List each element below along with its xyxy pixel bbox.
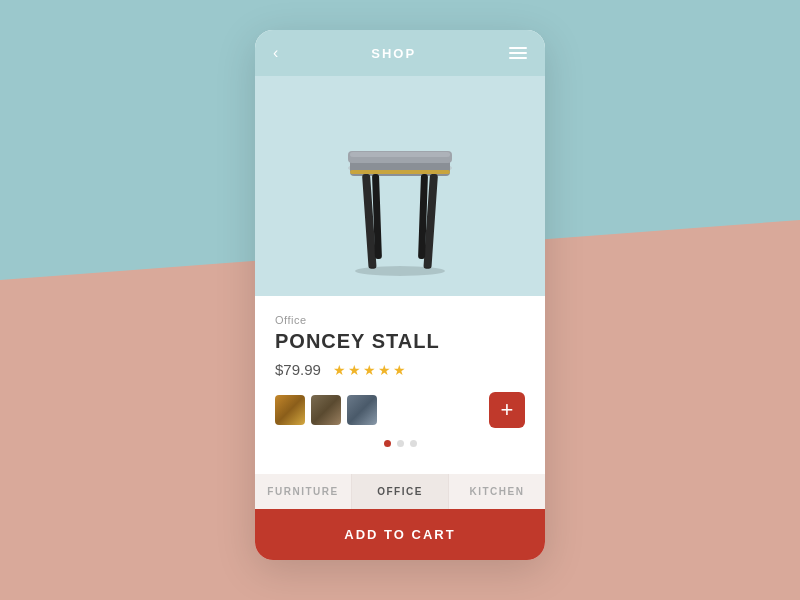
header: ‹ SHOP: [255, 30, 545, 76]
product-category: Office: [275, 314, 525, 326]
pagination-dots: [275, 440, 525, 447]
tab-office[interactable]: OFFICE: [352, 474, 449, 509]
swatch-dark-wood[interactable]: [311, 395, 341, 425]
star-rating: ★ ★ ★ ★ ★: [333, 362, 406, 378]
dot-1[interactable]: [384, 440, 391, 447]
star-5: ★: [393, 362, 406, 378]
color-swatches: [275, 395, 377, 425]
product-price: $79.99: [275, 361, 321, 378]
add-color-button[interactable]: +: [489, 392, 525, 428]
star-3: ★: [363, 362, 376, 378]
dot-2[interactable]: [397, 440, 404, 447]
add-to-cart-button[interactable]: ADD TO CART: [255, 509, 545, 560]
menu-line-2: [509, 52, 527, 54]
product-image: [320, 96, 480, 296]
star-1: ★: [333, 362, 346, 378]
swatch-warm-wood[interactable]: [275, 395, 305, 425]
product-info: Office PONCEY STALL $79.99 ★ ★ ★ ★ ★ +: [255, 296, 545, 474]
product-name: PONCEY STALL: [275, 330, 525, 353]
menu-line-1: [509, 47, 527, 49]
product-image-area: [255, 76, 545, 296]
star-2: ★: [348, 362, 361, 378]
color-row: +: [275, 392, 525, 428]
menu-line-3: [509, 57, 527, 59]
shop-title: SHOP: [371, 46, 416, 61]
category-tabs: FURNITURE OFFICE KITCHEN: [255, 474, 545, 509]
tab-kitchen[interactable]: KITCHEN: [449, 474, 545, 509]
svg-rect-4: [350, 152, 450, 157]
tab-furniture[interactable]: FURNITURE: [255, 474, 352, 509]
back-button[interactable]: ‹: [273, 44, 278, 62]
menu-icon[interactable]: [509, 47, 527, 59]
swatch-grey[interactable]: [347, 395, 377, 425]
svg-point-9: [355, 266, 445, 276]
dot-3[interactable]: [410, 440, 417, 447]
star-4: ★: [378, 362, 391, 378]
price-row: $79.99 ★ ★ ★ ★ ★: [275, 361, 525, 378]
svg-rect-2: [350, 170, 450, 174]
product-card: ‹ SHOP: [255, 30, 545, 560]
